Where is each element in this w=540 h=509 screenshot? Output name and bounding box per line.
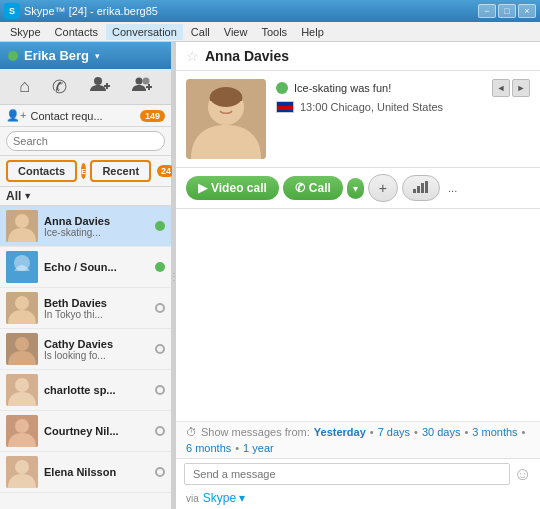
home-button[interactable]: ⌂ — [15, 74, 34, 99]
via-skype-selector[interactable]: Skype ▾ — [203, 491, 245, 505]
contact-status-dot-anna — [155, 221, 165, 231]
search-input[interactable] — [6, 131, 165, 151]
svg-rect-25 — [413, 189, 416, 193]
menu-conversation[interactable]: Conversation — [106, 24, 183, 40]
emoji-button[interactable]: ☺ — [514, 464, 532, 485]
contact-request-bar[interactable]: 👤+ Contact requ... 149 — [0, 105, 171, 127]
left-panel: Erika Berg ▾ ⌂ ✆ — [0, 42, 172, 509]
svg-point-0 — [94, 77, 102, 85]
history-3months-link[interactable]: 3 months — [472, 426, 517, 438]
prev-arrow[interactable]: ◄ — [492, 79, 510, 97]
call-button[interactable]: ✆ — [48, 74, 71, 100]
menu-call[interactable]: Call — [185, 24, 216, 40]
minimize-button[interactable]: − — [478, 4, 496, 18]
us-flag-icon — [276, 101, 294, 113]
menu-contacts[interactable]: Contacts — [49, 24, 104, 40]
svg-point-4 — [142, 78, 149, 85]
contact-request-badge: 149 — [140, 110, 165, 122]
contact-status-dot-elena — [155, 467, 165, 477]
label-e: E — [81, 163, 86, 179]
history-1year-link[interactable]: 1 year — [243, 442, 274, 454]
contact-status-anna: Ice-skating... — [44, 227, 149, 238]
contact-avatar-echo — [6, 251, 38, 283]
video-call-icon: ▶ — [198, 181, 207, 195]
contact-item-anna-davies[interactable]: Anna Davies Ice-skating... — [0, 206, 171, 247]
panel-divider[interactable] — [172, 42, 176, 509]
tabs-row: Contacts E Recent 24 F — [0, 156, 171, 187]
svg-point-3 — [135, 78, 142, 85]
svg-rect-28 — [425, 181, 428, 193]
close-button[interactable]: × — [518, 4, 536, 18]
call-buttons-row: ▶ Video call ✆ Call ▾ + ... — [176, 168, 540, 209]
contact-avatar-elena — [6, 456, 38, 488]
contact-status-dot-beth — [155, 303, 165, 313]
filter-row[interactable]: All ▼ — [0, 187, 171, 206]
history-clock-icon: ⏱ — [186, 426, 197, 438]
add-contact-button[interactable] — [86, 73, 114, 100]
profile-area[interactable]: Erika Berg ▾ — [0, 42, 171, 69]
contact-name-courtney: Courtney Nil... — [44, 425, 149, 437]
svg-point-16 — [15, 378, 29, 392]
next-arrow[interactable]: ► — [512, 79, 530, 97]
history-6months-link[interactable]: 6 months — [186, 442, 231, 454]
svg-point-20 — [15, 460, 29, 474]
svg-rect-27 — [421, 183, 424, 193]
profile-info-section: Ice-skating was fun! ◄ ► 13:00 Chicago, … — [176, 71, 540, 168]
menu-skype[interactable]: Skype — [4, 24, 47, 40]
contact-request-text: Contact requ... — [30, 110, 136, 122]
location-text: 13:00 Chicago, United States — [300, 101, 443, 113]
right-panel: ☆ Anna Davies — [176, 42, 540, 509]
profile-details: Ice-skating was fun! ◄ ► 13:00 Chicago, … — [276, 79, 530, 159]
contact-item-elena[interactable]: Elena Nilsson — [0, 452, 171, 493]
video-call-button[interactable]: ▶ Video call — [186, 176, 279, 200]
favorite-star-icon[interactable]: ☆ — [186, 48, 199, 64]
title-bar: S Skype™ [24] - erika.berg85 − □ × — [0, 0, 540, 22]
filter-all-label: All — [6, 189, 21, 203]
recent-tab[interactable]: Recent — [90, 160, 151, 182]
contact-info-courtney: Courtney Nil... — [44, 425, 149, 437]
contact-item-charlotte[interactable]: charlotte sp... — [0, 370, 171, 411]
contacts-tab[interactable]: Contacts — [6, 160, 77, 182]
contact-status-cathy: Is looking fo... — [44, 350, 149, 361]
more-options-dots[interactable]: ... — [444, 178, 461, 198]
profile-name: Erika Berg — [24, 48, 89, 63]
contact-item-cathy[interactable]: Cathy Davies Is looking fo... — [0, 329, 171, 370]
contact-request-icon: 👤+ — [6, 109, 26, 122]
call-dropdown-button[interactable]: ▾ — [347, 178, 364, 199]
profile-dropdown-arrow[interactable]: ▾ — [95, 51, 100, 61]
maximize-button[interactable]: □ — [498, 4, 516, 18]
history-30days-link[interactable]: 30 days — [422, 426, 461, 438]
history-7days-link[interactable]: 7 days — [378, 426, 410, 438]
contact-item-courtney[interactable]: Courtney Nil... — [0, 411, 171, 452]
contact-avatar-courtney — [6, 415, 38, 447]
contact-item-beth[interactable]: Beth Davies In Tokyo thi... — [0, 288, 171, 329]
action-buttons-row: ⌂ ✆ — [0, 69, 171, 105]
signal-button[interactable] — [402, 175, 440, 201]
svg-point-8 — [15, 214, 29, 228]
add-contact2-button[interactable] — [128, 73, 156, 100]
menu-help[interactable]: Help — [295, 24, 330, 40]
window-controls[interactable]: − □ × — [478, 4, 536, 18]
filter-dropdown-arrow[interactable]: ▼ — [23, 191, 32, 201]
chat-message-area[interactable] — [176, 209, 540, 421]
status-message: Ice-skating was fun! — [294, 82, 391, 94]
svg-point-12 — [15, 296, 29, 310]
location-row: 13:00 Chicago, United States — [276, 101, 530, 113]
contact-name-beth: Beth Davies — [44, 297, 149, 309]
svg-rect-26 — [417, 186, 420, 193]
via-dropdown-arrow: ▾ — [239, 491, 245, 505]
contact-info-cathy: Cathy Davies Is looking fo... — [44, 338, 149, 361]
call-button[interactable]: ✆ Call — [283, 176, 343, 200]
message-input[interactable] — [184, 463, 510, 485]
menu-tools[interactable]: Tools — [255, 24, 293, 40]
via-label: via — [186, 493, 199, 504]
contact-status-dot-echo — [155, 262, 165, 272]
menu-bar: Skype Contacts Conversation Call View To… — [0, 22, 540, 42]
profile-status-dot — [8, 51, 18, 61]
add-button[interactable]: + — [368, 174, 398, 202]
contact-item-echo[interactable]: Echo / Soun... — [0, 247, 171, 288]
contact-name-elena: Elena Nilsson — [44, 466, 149, 478]
contact-avatar-cathy — [6, 333, 38, 365]
menu-view[interactable]: View — [218, 24, 254, 40]
history-yesterday-link[interactable]: Yesterday — [314, 426, 366, 438]
